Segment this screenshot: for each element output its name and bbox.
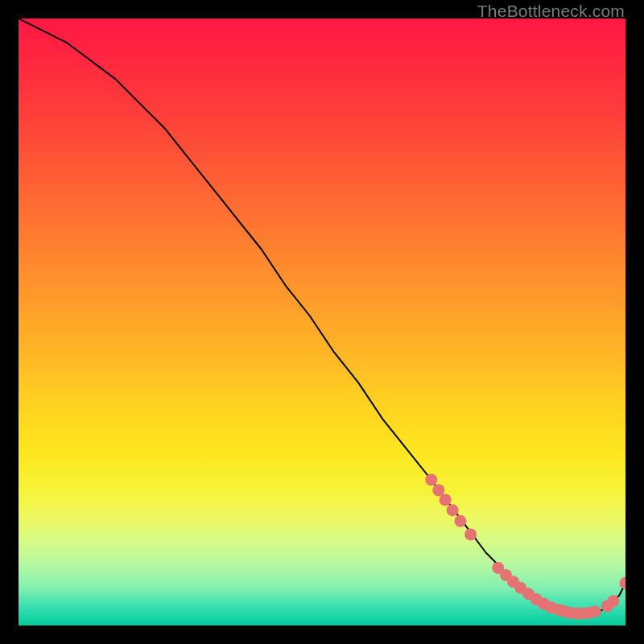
- chart-stage: TheBottleneck.com: [0, 0, 644, 644]
- data-point: [440, 493, 452, 506]
- plot-area: [19, 19, 625, 625]
- curve-line: [19, 19, 625, 613]
- chart-svg: [19, 19, 625, 625]
- data-point: [464, 528, 477, 540]
- data-point: [447, 504, 459, 516]
- data-point: [589, 605, 601, 617]
- data-point: [620, 577, 626, 589]
- data-point: [607, 595, 619, 607]
- data-point: [454, 515, 466, 527]
- marker-group: [425, 474, 625, 620]
- data-point: [425, 474, 437, 486]
